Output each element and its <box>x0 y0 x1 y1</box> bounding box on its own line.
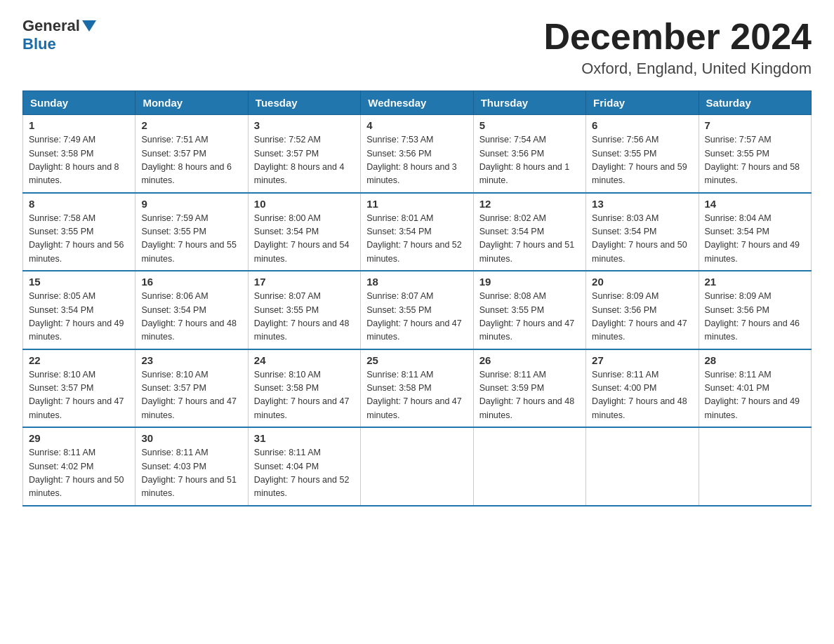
sunset-label: Sunset: 3:55 PM <box>705 149 769 159</box>
sunrise-label: Sunrise: 8:09 AM <box>705 291 772 301</box>
day-info: Sunrise: 8:01 AM Sunset: 3:54 PM Dayligh… <box>366 212 467 267</box>
sunrise-label: Sunrise: 8:11 AM <box>29 448 95 457</box>
day-number: 21 <box>705 276 805 288</box>
day-info: Sunrise: 8:05 AM Sunset: 3:54 PM Dayligh… <box>29 290 129 344</box>
day-info: Sunrise: 8:09 AM Sunset: 3:56 PM Dayligh… <box>592 290 692 344</box>
daylight-label: Daylight: 7 hours and 47 minutes. <box>479 318 575 342</box>
sunrise-label: Sunrise: 8:11 AM <box>592 370 658 380</box>
day-info: Sunrise: 8:10 AM Sunset: 3:58 PM Dayligh… <box>254 368 355 423</box>
sunrise-label: Sunrise: 8:02 AM <box>479 213 546 223</box>
day-number: 26 <box>479 354 580 366</box>
day-number: 17 <box>254 276 355 288</box>
day-info: Sunrise: 8:02 AM Sunset: 3:54 PM Dayligh… <box>479 212 580 267</box>
day-info: Sunrise: 7:59 AM Sunset: 3:55 PM Dayligh… <box>141 212 241 267</box>
day-number: 27 <box>592 354 692 366</box>
sunset-label: Sunset: 3:54 PM <box>141 305 206 315</box>
sunrise-label: Sunrise: 8:10 AM <box>254 370 321 380</box>
sunrise-label: Sunrise: 8:09 AM <box>592 291 658 301</box>
sunset-label: Sunset: 4:03 PM <box>141 462 206 471</box>
sunrise-label: Sunrise: 7:57 AM <box>705 135 772 145</box>
sunset-label: Sunset: 3:54 PM <box>29 305 93 315</box>
daylight-label: Daylight: 7 hours and 50 minutes. <box>29 475 124 498</box>
calendar-cell: 18 Sunrise: 8:07 AM Sunset: 3:55 PM Dayl… <box>361 271 473 349</box>
day-number: 13 <box>592 198 692 210</box>
sunset-label: Sunset: 3:56 PM <box>479 149 544 159</box>
sunrise-label: Sunrise: 8:11 AM <box>141 448 208 457</box>
daylight-label: Daylight: 7 hours and 49 minutes. <box>705 396 800 420</box>
daylight-label: Daylight: 7 hours and 48 minutes. <box>254 318 350 342</box>
daylight-label: Daylight: 8 hours and 3 minutes. <box>366 162 457 185</box>
day-number: 18 <box>366 276 467 288</box>
day-number: 7 <box>705 119 805 131</box>
day-number: 25 <box>366 354 467 366</box>
day-number: 12 <box>479 198 580 210</box>
daylight-label: Daylight: 8 hours and 4 minutes. <box>254 162 345 185</box>
calendar-cell: 4 Sunrise: 7:53 AM Sunset: 3:56 PM Dayli… <box>361 115 473 193</box>
day-number: 30 <box>141 432 241 444</box>
daylight-label: Daylight: 7 hours and 50 minutes. <box>592 240 687 263</box>
day-info: Sunrise: 7:57 AM Sunset: 3:55 PM Dayligh… <box>705 133 805 188</box>
daylight-label: Daylight: 7 hours and 48 minutes. <box>592 396 687 420</box>
day-info: Sunrise: 8:08 AM Sunset: 3:55 PM Dayligh… <box>479 290 580 344</box>
daylight-label: Daylight: 7 hours and 47 minutes. <box>254 396 350 420</box>
sunrise-label: Sunrise: 8:11 AM <box>366 370 433 380</box>
day-number: 11 <box>366 198 467 210</box>
calendar-cell: 28 Sunrise: 8:11 AM Sunset: 4:01 PM Dayl… <box>699 349 811 428</box>
day-number: 2 <box>141 119 241 131</box>
daylight-label: Daylight: 8 hours and 8 minutes. <box>29 162 119 185</box>
daylight-label: Daylight: 7 hours and 51 minutes. <box>141 475 237 498</box>
calendar-cell: 10 Sunrise: 8:00 AM Sunset: 3:54 PM Dayl… <box>248 193 360 271</box>
header-saturday: Saturday <box>699 91 811 115</box>
daylight-label: Daylight: 7 hours and 55 minutes. <box>141 240 237 263</box>
calendar-cell: 12 Sunrise: 8:02 AM Sunset: 3:54 PM Dayl… <box>473 193 585 271</box>
daylight-label: Daylight: 7 hours and 49 minutes. <box>29 318 124 342</box>
day-info: Sunrise: 7:49 AM Sunset: 3:58 PM Dayligh… <box>29 133 129 188</box>
day-number: 29 <box>29 432 129 444</box>
calendar-table: Sunday Monday Tuesday Wednesday Thursday… <box>22 90 812 507</box>
day-number: 1 <box>29 119 129 131</box>
day-info: Sunrise: 8:07 AM Sunset: 3:55 PM Dayligh… <box>366 290 467 344</box>
calendar-cell: 2 Sunrise: 7:51 AM Sunset: 3:57 PM Dayli… <box>135 115 248 193</box>
sunrise-label: Sunrise: 7:59 AM <box>141 213 208 223</box>
calendar-cell: 20 Sunrise: 8:09 AM Sunset: 3:56 PM Dayl… <box>586 271 699 349</box>
day-number: 8 <box>29 198 129 210</box>
sunrise-label: Sunrise: 7:56 AM <box>592 135 658 145</box>
day-info: Sunrise: 8:06 AM Sunset: 3:54 PM Dayligh… <box>141 290 241 344</box>
daylight-label: Daylight: 7 hours and 47 minutes. <box>29 396 124 420</box>
calendar-cell: 19 Sunrise: 8:08 AM Sunset: 3:55 PM Dayl… <box>473 271 585 349</box>
sunrise-label: Sunrise: 8:06 AM <box>141 291 208 301</box>
sunrise-label: Sunrise: 8:07 AM <box>254 291 321 301</box>
sunrise-label: Sunrise: 8:11 AM <box>479 370 546 380</box>
calendar-cell: 24 Sunrise: 8:10 AM Sunset: 3:58 PM Dayl… <box>248 349 360 428</box>
logo-general-text: General <box>22 17 80 35</box>
daylight-label: Daylight: 7 hours and 46 minutes. <box>705 318 800 342</box>
daylight-label: Daylight: 7 hours and 49 minutes. <box>705 240 800 263</box>
calendar-cell: 29 Sunrise: 8:11 AM Sunset: 4:02 PM Dayl… <box>23 427 135 506</box>
calendar-cell: 13 Sunrise: 8:03 AM Sunset: 3:54 PM Dayl… <box>586 193 699 271</box>
daylight-label: Daylight: 8 hours and 6 minutes. <box>141 162 232 185</box>
sunrise-label: Sunrise: 8:05 AM <box>29 291 95 301</box>
day-info: Sunrise: 7:52 AM Sunset: 3:57 PM Dayligh… <box>254 133 355 188</box>
sunset-label: Sunset: 3:54 PM <box>254 227 319 236</box>
sunset-label: Sunset: 3:58 PM <box>366 383 431 393</box>
day-info: Sunrise: 8:11 AM Sunset: 3:59 PM Dayligh… <box>479 368 580 423</box>
header-tuesday: Tuesday <box>248 91 360 115</box>
day-info: Sunrise: 7:58 AM Sunset: 3:55 PM Dayligh… <box>29 212 129 267</box>
daylight-label: Daylight: 7 hours and 59 minutes. <box>592 162 687 185</box>
calendar-cell: 15 Sunrise: 8:05 AM Sunset: 3:54 PM Dayl… <box>23 271 135 349</box>
calendar-cell: 17 Sunrise: 8:07 AM Sunset: 3:55 PM Dayl… <box>248 271 360 349</box>
sunset-label: Sunset: 3:55 PM <box>479 305 544 315</box>
calendar-cell <box>699 427 811 506</box>
day-number: 10 <box>254 198 355 210</box>
sunrise-label: Sunrise: 7:54 AM <box>479 135 546 145</box>
calendar-cell: 3 Sunrise: 7:52 AM Sunset: 3:57 PM Dayli… <box>248 115 360 193</box>
calendar-cell: 23 Sunrise: 8:10 AM Sunset: 3:57 PM Dayl… <box>135 349 248 428</box>
day-info: Sunrise: 8:11 AM Sunset: 4:04 PM Dayligh… <box>254 446 355 501</box>
calendar-cell: 26 Sunrise: 8:11 AM Sunset: 3:59 PM Dayl… <box>473 349 585 428</box>
day-info: Sunrise: 7:56 AM Sunset: 3:55 PM Dayligh… <box>592 133 692 188</box>
day-number: 23 <box>141 354 241 366</box>
calendar-cell: 1 Sunrise: 7:49 AM Sunset: 3:58 PM Dayli… <box>23 115 135 193</box>
logo: General Blue <box>22 17 98 53</box>
sunset-label: Sunset: 3:58 PM <box>29 149 93 159</box>
daylight-label: Daylight: 7 hours and 58 minutes. <box>705 162 800 185</box>
